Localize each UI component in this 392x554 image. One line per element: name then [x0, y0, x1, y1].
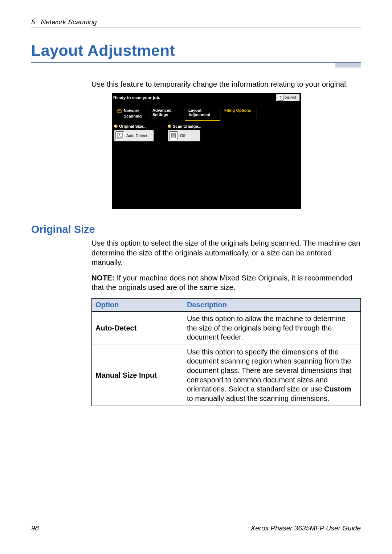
- page-number: 98: [31, 524, 39, 532]
- original-size-button[interactable]: Auto Detect: [114, 130, 154, 141]
- bullet-icon: [168, 124, 171, 128]
- user-badge[interactable]: ? Guest: [276, 94, 300, 101]
- table-header-option: Option: [92, 299, 183, 312]
- tab-label-line2: Settings: [152, 112, 168, 117]
- tab-network-scanning[interactable]: Network Scanning: [113, 107, 149, 120]
- subsection-title: Original Size: [31, 223, 361, 235]
- desc-bold: Custom: [324, 385, 351, 393]
- device-statusbar: Ready to scan your job. ? Guest: [112, 93, 301, 102]
- device-ui-screenshot: Ready to scan your job. ? Guest Network …: [112, 93, 301, 209]
- title-rule: [31, 62, 361, 63]
- running-header: 5 Network Scanning: [31, 18, 361, 28]
- subsection-paragraph-1: Use this option to select the size of th…: [91, 238, 361, 267]
- device-tabs: Network Scanning Advanced Settings Layou…: [112, 102, 301, 120]
- subsection-note: NOTE: If your machine does not show Mixe…: [91, 273, 361, 292]
- help-icon: ?: [278, 95, 283, 100]
- table-header-description: Description: [183, 299, 360, 312]
- option-group-scan-to-edge: Scan to Edge... Off: [168, 124, 201, 141]
- option-description: Use this option to specify the dimension…: [183, 345, 360, 406]
- tab-label-line1: Network: [124, 108, 139, 113]
- option-group-label: Original Size...: [119, 124, 147, 128]
- option-group-original-size: Original Size... Auto Detect: [114, 124, 154, 141]
- table-row: Manual Size Input Use this option to spe…: [92, 345, 361, 406]
- tab-layout-adjustment[interactable]: Layout Adjustment: [185, 107, 221, 120]
- note-label: NOTE:: [91, 274, 115, 282]
- tab-filing-options[interactable]: Filing Options: [221, 107, 257, 120]
- page-footer: 98 Xerox Phaser 3635MFP User Guide: [31, 522, 361, 532]
- bullet-icon: [114, 124, 118, 128]
- page-title: Layout Adjustment: [31, 42, 361, 59]
- tab-label-line1: Filing Options: [224, 108, 251, 112]
- intro-paragraph: Use this feature to temporarily change t…: [31, 79, 361, 89]
- tab-label-line2: Adjustment: [188, 112, 211, 117]
- button-label: Auto Detect: [126, 134, 147, 138]
- auto-detect-icon: [115, 131, 124, 140]
- note-text: If your machine does not show Mixed Size…: [91, 274, 352, 292]
- chapter-number: 5: [31, 18, 35, 26]
- table-row: Auto-Detect Use this option to allow the…: [92, 312, 361, 345]
- user-label: Guest: [285, 95, 296, 100]
- tab-advanced-settings[interactable]: Advanced Settings: [149, 107, 185, 120]
- device-body: Original Size... Auto Detect: [112, 120, 301, 144]
- options-table: Option Description Auto-Detect Use this …: [91, 298, 361, 406]
- option-description: Use this option to allow the machine to …: [183, 312, 360, 345]
- button-label: Off: [180, 134, 185, 138]
- desc-post: to manually adjust the scanning dimensio…: [187, 394, 329, 402]
- status-message: Ready to scan your job.: [113, 95, 160, 100]
- scan-icon: [117, 108, 122, 114]
- chapter-title: Network Scanning: [41, 18, 97, 26]
- scan-to-edge-button[interactable]: Off: [168, 130, 200, 141]
- tab-label-line2: Scanning: [124, 114, 142, 118]
- tab-label-line1: Advanced: [152, 108, 172, 112]
- option-name: Auto-Detect: [92, 312, 183, 345]
- scan-edge-icon: [169, 131, 178, 140]
- option-name: Manual Size Input: [92, 345, 183, 406]
- option-group-label: Scan to Edge...: [173, 124, 201, 128]
- tab-label-line1: Layout: [188, 108, 201, 112]
- document-title: Xerox Phaser 3635MFP User Guide: [251, 524, 361, 532]
